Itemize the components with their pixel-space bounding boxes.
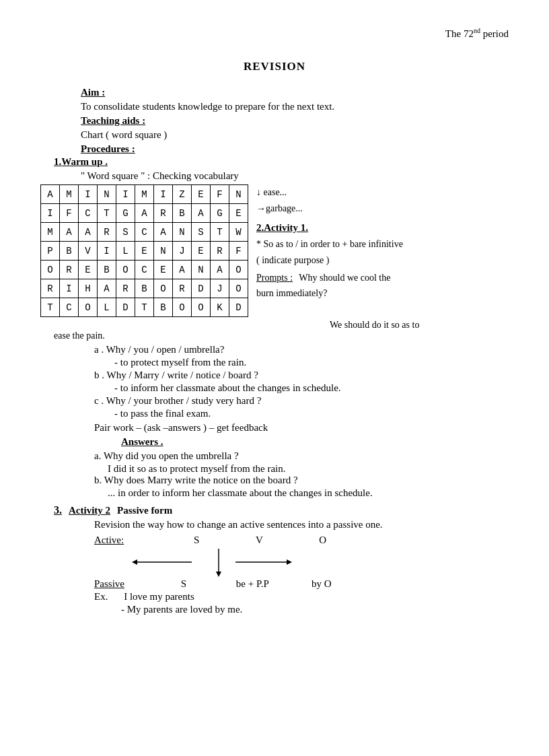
grid-cell: R [154, 204, 173, 223]
grid-cell: L [98, 298, 116, 317]
ex-passive: - My parents are loved by me. [121, 604, 509, 615]
grid-cell: G [116, 204, 135, 223]
page-title: REVISION [40, 60, 509, 73]
pair-work: Pair work – (ask –answers ) – get feedba… [94, 422, 509, 434]
grid-cell: C [79, 204, 98, 223]
grid-cell: B [154, 298, 173, 317]
grid-cell: O [41, 261, 60, 279]
grid-cell: J [211, 279, 229, 298]
grid-cell: I [154, 185, 173, 204]
grid-cell: A [60, 223, 79, 242]
right-notes: ↓ ease... →garbage... 2.Activity 1. * So… [256, 184, 403, 302]
answer-intro-line2: ease the pain. [54, 331, 509, 341]
grid-cell: T [135, 298, 154, 317]
period-suffix: period [480, 28, 509, 39]
activity2-title-line: 3. Activity 2 Passive form [54, 504, 509, 516]
teaching-aids-label: Teaching aids : [81, 115, 145, 126]
aim-label: Aim : [81, 87, 105, 98]
grid-cell: C [60, 298, 79, 317]
period-sup: nd [474, 27, 480, 34]
teaching-aids-text: Chart ( word square ) [81, 129, 509, 141]
grid-cell: E [229, 204, 248, 223]
teaching-aids-label-block: Teaching aids : [81, 115, 509, 127]
grid-cell: I [116, 185, 135, 204]
grid-cell: N [192, 261, 211, 279]
activity1-indicate: ( indicate purpose ) [256, 252, 403, 269]
warm-up-number: 1. [54, 156, 61, 167]
grid-cell: B [135, 279, 154, 298]
grid-cell: I [79, 185, 98, 204]
grid-activity-row: AMINIMIZEFNIFCTGARBAGEMAARSCANSTWPBVILEN… [40, 184, 509, 317]
procedures-label: Procedures : [81, 143, 135, 154]
ex-label: Ex. [94, 591, 108, 602]
grid-cell: E [79, 261, 98, 279]
grid-cell: O [192, 298, 211, 317]
grid-cell: O [116, 261, 135, 279]
grid-cell: E [154, 261, 173, 279]
grid-cell: T [41, 298, 60, 317]
grid-cell: O [154, 279, 173, 298]
grid-cell: A [192, 204, 211, 223]
answers-section: Answers . [121, 436, 509, 448]
grid-cell: T [211, 223, 229, 242]
warm-up-heading: 1.Warm up . [54, 156, 509, 168]
grid-cell: I [60, 279, 79, 298]
arrow-diagram [94, 547, 323, 588]
activity2-number: 3. [54, 504, 62, 516]
grid-cell: B [173, 204, 192, 223]
word-grid: AMINIMIZEFNIFCTGARBAGEMAARSCANSTWPBVILEN… [40, 184, 248, 317]
grid-cell: S [116, 223, 135, 242]
grid-cell: I [98, 242, 116, 261]
grid-cell: N [154, 242, 173, 261]
answer-response: I did it so as to protect myself from th… [108, 463, 509, 475]
word-grid-wrapper: AMINIMIZEFNIFCTGARBAGEMAARSCANSTWPBVILEN… [40, 184, 248, 317]
activity1-items: a . Why / you / open / umbrella?- to pro… [94, 344, 509, 419]
ease-note: ↓ ease... [256, 184, 403, 201]
grid-cell: B [60, 242, 79, 261]
active-s: S [194, 535, 199, 545]
grid-cell: D [192, 279, 211, 298]
ex-active: I love my parents [124, 591, 194, 602]
answers-label: Answers . [121, 436, 163, 448]
grid-cell: A [154, 223, 173, 242]
active-label: Active: [94, 535, 124, 545]
answer-question: b. Why does Marry write the notice on th… [94, 475, 509, 486]
activity1-answer: - to protect myself from the rain. [114, 357, 509, 368]
word-square-label: " Word square " : Checking vocabulary [81, 170, 509, 182]
grid-cell: N [98, 185, 116, 204]
activity1-question: a . Why / you / open / umbrella? [94, 344, 509, 355]
grid-cell: S [192, 223, 211, 242]
grid-cell: O [229, 261, 248, 279]
activity1-question: c . Why / your brother / study very hard… [94, 395, 509, 407]
grid-cell: R [211, 242, 229, 261]
answer-intro-line: We should do it so as to [40, 320, 509, 331]
active-o: O [319, 535, 326, 545]
grid-cell: A [79, 223, 98, 242]
grid-cell: I [41, 204, 60, 223]
activity1-header: 2.Activity 1. [256, 219, 403, 237]
grid-cell: F [211, 185, 229, 204]
grid-cell: F [60, 204, 79, 223]
prompts-text-part1: Why should we cool the [297, 273, 390, 283]
activity1-answer: - to pass the final exam. [114, 408, 509, 419]
activity1-title: 2.Activity 1. [256, 222, 308, 233]
grid-cell: N [173, 223, 192, 242]
grid-cell: C [135, 223, 154, 242]
grid-cell: O [79, 298, 98, 317]
revision-line: Revision the way how to change an active… [94, 519, 509, 530]
ex-line: Ex. I love my parents [94, 591, 509, 603]
period-line: The 72nd period [40, 27, 509, 40]
grid-cell: G [211, 204, 229, 223]
grid-cell: A [173, 261, 192, 279]
grid-cell: K [211, 298, 229, 317]
grid-cell: H [79, 279, 98, 298]
answer-intro-text-part1: We should do it so as to [330, 320, 419, 331]
svg-marker-1 [216, 572, 221, 577]
activity2-subtitle: Passive form [117, 505, 172, 516]
grid-cell: E [192, 185, 211, 204]
grid-cell: A [211, 261, 229, 279]
svg-marker-5 [132, 559, 137, 565]
procedures-block: Procedures : [81, 143, 509, 155]
grid-cell: F [229, 242, 248, 261]
aim-text: To consolidate students knowledge to pre… [81, 101, 509, 112]
